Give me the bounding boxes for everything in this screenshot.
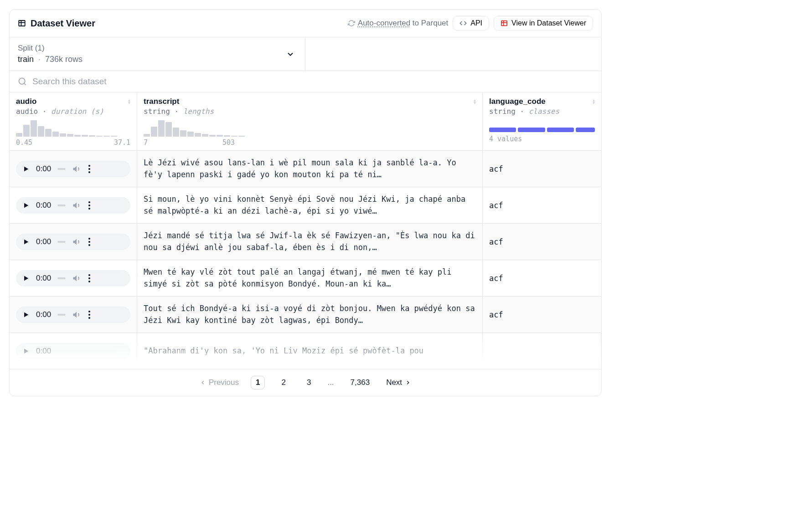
chevron-right-icon [405,379,411,386]
table-row[interactable]: 0:00 Mwen té kay vlé zòt tout palé an la… [10,260,601,297]
lang-value: acf [489,237,503,246]
auto-converted-link[interactable]: Auto-converted [358,19,410,27]
api-label: API [470,19,482,27]
transcript-histogram[interactable] [144,120,476,137]
audio-player[interactable]: 0:00 [16,197,130,214]
hist-bar [111,136,117,137]
transcript-cell: Lè Jézi wivé asou lans-lan i wè pil moun… [137,151,483,187]
audio-histogram[interactable] [16,120,130,137]
more-icon[interactable] [88,274,91,282]
transcript-cell: Si moun, lè yo vini konnèt Senyè épi Sov… [137,187,483,223]
volume-icon[interactable] [72,237,81,246]
page-1[interactable]: 1 [251,376,265,389]
chevron-left-icon [200,379,206,386]
hist-bar [224,135,230,137]
more-icon[interactable] [88,165,91,173]
audio-player[interactable]: 0:00 [16,161,130,177]
transcript-text: "Abrahanm di'y kon sa, 'Yo ni Liv Moziz … [144,345,423,357]
audio-time: 0:00 [36,237,51,246]
more-icon[interactable] [88,311,91,319]
audio-track[interactable] [57,241,66,243]
transcript-text: Si moun, lè yo vini konnèt Senyè épi Sov… [144,194,476,217]
play-icon[interactable] [22,311,30,318]
search-input[interactable] [32,77,593,87]
auto-converted-note[interactable]: Auto-converted to Parquet [348,19,448,28]
audio-max: 37.1 [114,138,130,147]
svg-rect-0 [19,20,25,26]
play-icon[interactable] [22,275,30,282]
play-icon[interactable] [22,165,30,173]
lang-value: acf [489,164,503,174]
sort-icon[interactable]: ▴▾ [474,99,476,104]
view-label: View in Dataset Viewer [511,19,586,27]
lang-cell: acf [483,151,601,187]
hist-bar [96,136,103,137]
volume-icon[interactable] [72,274,81,283]
lang-class-distribution[interactable] [489,128,595,132]
transcript-text: Mwen té kay vlé zòt tout palé an langaj … [144,266,476,290]
play-icon[interactable] [22,238,30,246]
page-2[interactable]: 2 [277,376,290,389]
hist-bar [52,132,59,137]
audio-player[interactable]: 0:00 [16,343,130,359]
pagination: Previous 1 2 3 ... 7,363 Next [10,369,601,396]
audio-track[interactable] [57,205,66,206]
volume-icon[interactable] [72,201,81,210]
page-3[interactable]: 3 [302,376,315,389]
hist-bar [165,122,172,137]
page-last[interactable]: 7,363 [346,376,375,389]
svg-marker-13 [24,348,28,353]
audio-track[interactable] [57,168,66,170]
hist-bar [238,136,245,137]
audio-track[interactable] [57,314,66,316]
column-header-audio[interactable]: audio ▴▾ audio · duration (s) 0.45 37.1 [10,92,137,150]
audio-min: 0.45 [16,138,32,147]
columns-header: audio ▴▾ audio · duration (s) 0.45 37.1 … [10,92,601,151]
audio-track[interactable] [57,277,66,279]
col-transcript-meta: lengths [183,107,214,116]
column-header-lang[interactable]: language_code ▴▾ string · classes 4 valu… [483,92,601,150]
split-empty-cell [305,37,601,71]
play-icon[interactable] [22,202,30,209]
audio-cell: 0:00 [10,187,137,223]
table-icon [501,20,508,27]
svg-marker-11 [24,276,28,281]
pagination-prev[interactable]: Previous [200,378,239,387]
audio-time: 0:00 [36,347,51,356]
hist-bar [23,125,30,137]
volume-icon[interactable] [72,310,81,319]
column-header-transcript[interactable]: transcript ▴▾ string · lengths 7 503 [137,92,483,150]
next-label: Next [386,378,402,387]
transcript-cell: "Abrahanm di'y kon sa, 'Yo ni Liv Moziz … [137,333,483,369]
refresh-icon [348,20,355,27]
sort-icon[interactable]: ▴▾ [593,99,595,104]
col-lang-name: language_code [489,97,546,106]
pagination-next[interactable]: Next [386,378,411,387]
svg-line-7 [24,83,26,85]
svg-point-6 [19,78,25,84]
play-icon[interactable] [22,348,30,355]
chevron-down-icon [286,50,295,59]
more-icon[interactable] [88,201,91,210]
audio-player[interactable]: 0:00 [16,307,130,323]
lang-cell: acf [483,187,601,223]
audio-cell: 0:00 [10,260,137,296]
table-row[interactable]: 0:00 Lè Jézi wivé asou lans-lan i wè pil… [10,151,601,187]
table-row[interactable]: 0:00 Tout sé ich Bondyé-a ki isi-a voyé … [10,297,601,333]
svg-marker-9 [24,203,28,208]
hist-bar [195,133,201,137]
transcript-min: 7 [144,138,148,147]
sort-icon[interactable]: ▴▾ [128,99,130,104]
volume-icon[interactable] [72,164,81,174]
hist-bar [158,120,165,137]
hist-bar [217,135,223,137]
view-in-viewer-button[interactable]: View in Dataset Viewer [494,16,593,31]
split-dropdown[interactable]: Split (1) train · 736k rows [10,37,305,71]
audio-player[interactable]: 0:00 [16,234,130,250]
audio-player[interactable]: 0:00 [16,270,130,286]
table-row[interactable]: 0:00 Si moun, lè yo vini konnèt Senyè ép… [10,187,601,224]
hist-bar [74,135,81,137]
api-button[interactable]: API [453,16,489,31]
more-icon[interactable] [88,238,91,246]
table-row[interactable]: 0:00 Jézi mandé sé titja lwa sé Jwif-la … [10,224,601,260]
